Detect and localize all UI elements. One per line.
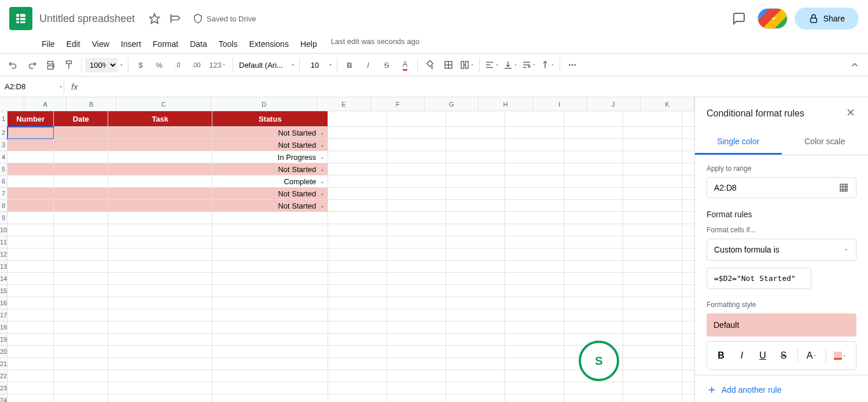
cell[interactable] — [108, 285, 212, 297]
cell[interactable] — [387, 188, 446, 200]
cell[interactable] — [387, 139, 446, 151]
row-header[interactable]: 20 — [0, 346, 8, 358]
cell[interactable] — [564, 111, 623, 127]
cell[interactable]: Complete — [212, 176, 328, 188]
cell[interactable] — [623, 261, 682, 273]
italic-button[interactable]: I — [359, 56, 377, 74]
cell[interactable]: Date — [54, 111, 108, 127]
sheets-logo[interactable] — [9, 7, 32, 30]
cell[interactable] — [446, 285, 505, 297]
cell[interactable] — [505, 321, 564, 334]
cell[interactable] — [328, 261, 387, 273]
cell[interactable] — [505, 297, 564, 309]
cell[interactable] — [446, 261, 505, 273]
cell[interactable] — [682, 273, 694, 285]
cell[interactable] — [682, 370, 694, 382]
cell[interactable] — [8, 236, 54, 248]
cell[interactable] — [108, 309, 212, 321]
cell[interactable] — [505, 127, 564, 139]
cell[interactable] — [108, 163, 212, 176]
cell[interactable] — [682, 139, 694, 151]
col-header-e[interactable]: E — [317, 97, 371, 111]
star-icon[interactable] — [146, 10, 163, 27]
close-sidebar-button[interactable] — [845, 107, 856, 120]
cell[interactable] — [505, 309, 564, 321]
cell[interactable] — [564, 297, 623, 309]
cell[interactable] — [623, 370, 682, 382]
cell[interactable] — [328, 163, 387, 176]
cell[interactable] — [212, 346, 328, 358]
cell[interactable] — [623, 358, 682, 370]
row-header[interactable]: 3 — [0, 139, 8, 151]
cell[interactable] — [446, 151, 505, 163]
cell[interactable] — [54, 236, 108, 248]
cell[interactable] — [328, 212, 387, 224]
cell[interactable] — [564, 285, 623, 297]
cell[interactable] — [446, 163, 505, 176]
cell[interactable] — [446, 382, 505, 394]
dropdown-icon[interactable] — [319, 142, 325, 148]
cell[interactable] — [505, 285, 564, 297]
cell[interactable] — [446, 224, 505, 236]
cell[interactable] — [387, 163, 446, 176]
cell[interactable] — [505, 236, 564, 248]
cell[interactable] — [446, 394, 505, 402]
cell[interactable] — [108, 176, 212, 188]
cell[interactable] — [505, 382, 564, 394]
cell[interactable] — [387, 236, 446, 248]
cell[interactable] — [8, 151, 54, 163]
cell[interactable] — [564, 200, 623, 212]
cell[interactable] — [564, 151, 623, 163]
cell[interactable] — [108, 334, 212, 346]
row-header[interactable]: 22 — [0, 370, 8, 382]
cell[interactable] — [623, 334, 682, 346]
cell[interactable] — [54, 285, 108, 297]
row-header[interactable]: 10 — [0, 224, 8, 236]
more-tools-button[interactable] — [564, 56, 581, 74]
cell[interactable] — [564, 139, 623, 151]
cell[interactable] — [387, 370, 446, 382]
cell[interactable] — [328, 285, 387, 297]
cell[interactable] — [328, 151, 387, 163]
cell[interactable] — [328, 297, 387, 309]
undo-button[interactable] — [5, 56, 22, 74]
select-range-icon[interactable] — [838, 182, 849, 193]
cell[interactable] — [564, 394, 623, 402]
cell[interactable] — [328, 346, 387, 358]
cell[interactable] — [108, 394, 212, 402]
cell[interactable] — [328, 358, 387, 370]
row-header[interactable]: 16 — [0, 297, 8, 309]
cell[interactable] — [54, 151, 108, 163]
menu-view[interactable]: View — [87, 37, 114, 51]
cell[interactable] — [8, 212, 54, 224]
cell[interactable] — [623, 212, 682, 224]
cell[interactable] — [54, 188, 108, 200]
cell[interactable] — [328, 200, 387, 212]
cell[interactable] — [682, 176, 694, 188]
cell[interactable] — [108, 248, 212, 261]
col-header-a[interactable]: A — [24, 97, 67, 111]
cell[interactable] — [54, 358, 108, 370]
col-header-g[interactable]: G — [425, 97, 479, 111]
menu-help[interactable]: Help — [296, 37, 322, 51]
formula-input[interactable] — [85, 80, 868, 93]
meet-button[interactable] — [757, 8, 788, 29]
move-icon[interactable] — [167, 10, 183, 27]
col-header-i[interactable]: I — [533, 97, 587, 111]
cell[interactable] — [8, 273, 54, 285]
cell[interactable] — [328, 394, 387, 402]
cell[interactable] — [387, 297, 446, 309]
cell[interactable] — [564, 248, 623, 261]
fill-color-button[interactable] — [831, 346, 849, 365]
cell[interactable] — [446, 334, 505, 346]
cell[interactable] — [682, 346, 694, 358]
cell[interactable] — [505, 261, 564, 273]
cell[interactable] — [108, 370, 212, 382]
cell[interactable] — [212, 224, 328, 236]
cell[interactable] — [564, 273, 623, 285]
text-wrap-button[interactable] — [520, 56, 538, 74]
cell[interactable] — [564, 309, 623, 321]
cell[interactable] — [212, 382, 328, 394]
cell[interactable] — [8, 248, 54, 261]
cell[interactable] — [212, 334, 328, 346]
